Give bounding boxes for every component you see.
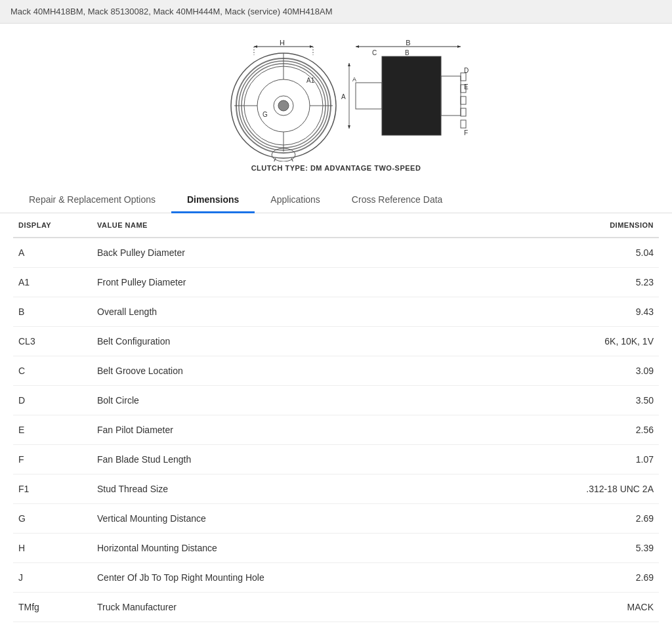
cell-dimension: 2.69 <box>567 563 659 593</box>
cell-dimension: 3.09 <box>567 356 659 386</box>
cell-value-name: Center Of Jb To Top Right Mounting Hole <box>92 563 567 593</box>
svg-marker-16 <box>254 45 257 48</box>
table-row: ABack Pulley Diameter5.04 <box>13 238 659 268</box>
svg-text:B: B <box>406 39 410 47</box>
svg-text:H: H <box>280 39 285 47</box>
cell-dimension: 5.23 <box>567 268 659 297</box>
cell-display: TMfg <box>13 593 92 622</box>
cell-display: F <box>13 445 92 474</box>
cell-display: J <box>13 563 92 593</box>
header-bar: Mack 40MH418BM, Mack 85130082, Mack 40MH… <box>0 0 672 24</box>
table-row: CL3Belt Configuration6K, 10K, 1V <box>13 327 659 356</box>
table-row: CBelt Groove Location3.09 <box>13 356 659 386</box>
svg-marker-24 <box>356 45 359 48</box>
table-row: EFan Pilot Diameter2.56 <box>13 415 659 445</box>
col-dimension: DIMENSION <box>567 213 659 238</box>
svg-text:B: B <box>405 49 410 56</box>
cell-display: CL3 <box>13 327 92 356</box>
svg-marker-25 <box>457 45 461 48</box>
cell-dimension: 9.43 <box>567 297 659 327</box>
table-row: FFan Blade Stud Length1.07 <box>13 445 659 474</box>
tab-applications[interactable]: Applications <box>255 186 336 213</box>
svg-rect-29 <box>441 76 461 116</box>
dimensions-table-section: DISPLAY VALUE NAME DIMENSION ABack Pulle… <box>0 213 672 622</box>
cell-value-name: Stud Thread Size <box>92 474 567 504</box>
cell-value-name: Back Pulley Diameter <box>92 238 567 268</box>
svg-marker-17 <box>310 45 313 48</box>
cell-display: G <box>13 504 92 534</box>
cell-value-name: Horizontal Mounting Distance <box>92 534 567 563</box>
cell-dimension: 3.50 <box>567 386 659 415</box>
table-row: TMfgTruck ManufacturerMACK <box>13 593 659 622</box>
clutch-type-label: CLUTCH TYPE: DM ADVANTAGE TWO-SPEED <box>251 164 421 172</box>
tabs-container: Repair & Replacement Options Dimensions … <box>0 186 672 213</box>
svg-text:G: G <box>262 111 268 118</box>
cell-value-name: Overall Length <box>92 297 567 327</box>
cell-display: A1 <box>13 268 92 297</box>
svg-text:F: F <box>464 129 468 137</box>
cell-display: F1 <box>13 474 92 504</box>
cell-value-name: Fan Pilot Diameter <box>92 415 567 445</box>
cell-display: B <box>13 297 92 327</box>
table-header-row: DISPLAY VALUE NAME DIMENSION <box>13 213 659 238</box>
svg-marker-39 <box>348 125 350 129</box>
cell-dimension: 2.56 <box>567 415 659 445</box>
cell-display: D <box>13 386 92 415</box>
clutch-diagram: H G A1 B <box>198 37 474 161</box>
cell-value-name: Bolt Circle <box>92 386 567 415</box>
cell-display: C <box>13 356 92 386</box>
cell-dimension: 2.69 <box>567 504 659 534</box>
header-text: Mack 40MH418BM, Mack 85130082, Mack 40MH… <box>10 7 333 16</box>
cell-value-name: Belt Groove Location <box>92 356 567 386</box>
dimensions-table: DISPLAY VALUE NAME DIMENSION ABack Pulle… <box>13 213 659 622</box>
svg-rect-28 <box>356 83 382 109</box>
svg-rect-32 <box>461 96 466 104</box>
tab-dimensions[interactable]: Dimensions <box>171 186 255 213</box>
cell-value-name: Front Pulley Diameter <box>92 268 567 297</box>
svg-text:A1: A1 <box>306 77 315 84</box>
cell-display: E <box>13 415 92 445</box>
svg-text:D: D <box>464 67 469 74</box>
cell-dimension: .312-18 UNC 2A <box>567 474 659 504</box>
svg-rect-33 <box>461 108 466 116</box>
cell-dimension: 5.04 <box>567 238 659 268</box>
cell-dimension: MACK <box>567 593 659 622</box>
svg-text:C: C <box>372 49 377 56</box>
tab-crossref[interactable]: Cross Reference Data <box>336 186 459 213</box>
table-row: A1Front Pulley Diameter5.23 <box>13 268 659 297</box>
svg-text:A: A <box>352 76 356 83</box>
svg-marker-38 <box>348 63 350 66</box>
cell-dimension: 1.07 <box>567 445 659 474</box>
svg-text:E: E <box>464 83 469 91</box>
col-value-name: VALUE NAME <box>92 213 567 238</box>
table-row: JCenter Of Jb To Top Right Mounting Hole… <box>13 563 659 593</box>
diagram-section: H G A1 B <box>0 24 672 186</box>
table-row: GVertical Mounting Distance2.69 <box>13 504 659 534</box>
svg-rect-34 <box>461 120 466 128</box>
table-row: HHorizontal Mounting Distance5.39 <box>13 534 659 563</box>
cell-value-name: Vertical Mounting Distance <box>92 504 567 534</box>
tab-repair[interactable]: Repair & Replacement Options <box>13 186 171 213</box>
cell-display: A <box>13 238 92 268</box>
cell-value-name: Truck Manufacturer <box>92 593 567 622</box>
svg-text:A: A <box>341 93 346 100</box>
table-row: F1Stud Thread Size.312-18 UNC 2A <box>13 474 659 504</box>
cell-display: H <box>13 534 92 563</box>
svg-rect-27 <box>382 56 441 135</box>
svg-point-4 <box>278 100 289 111</box>
cell-value-name: Fan Blade Stud Length <box>92 445 567 474</box>
table-row: DBolt Circle3.50 <box>13 386 659 415</box>
table-row: BOverall Length9.43 <box>13 297 659 327</box>
col-display: DISPLAY <box>13 213 92 238</box>
cell-dimension: 6K, 10K, 1V <box>567 327 659 356</box>
cell-dimension: 5.39 <box>567 534 659 563</box>
cell-value-name: Belt Configuration <box>92 327 567 356</box>
